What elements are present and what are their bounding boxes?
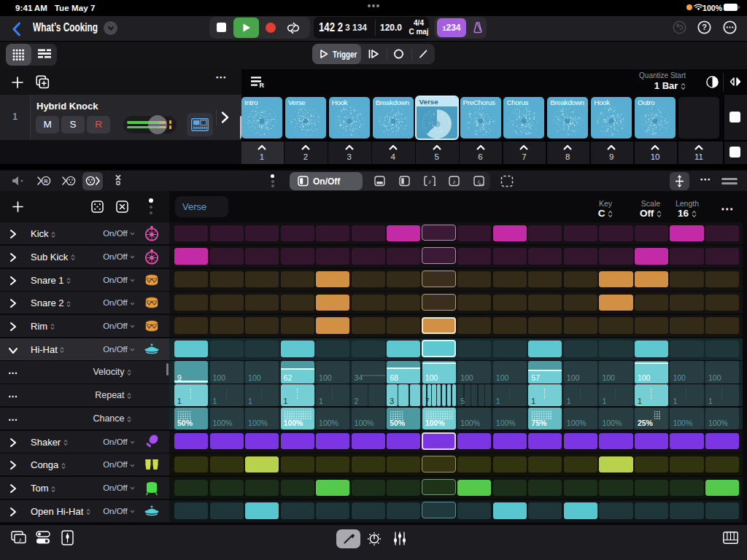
svg-text:R: R bbox=[44, 178, 48, 184]
svg-text:♪: ♪ bbox=[428, 178, 432, 185]
svg-text:♪: ♪ bbox=[18, 536, 22, 543]
svg-text:R: R bbox=[260, 82, 265, 88]
svg-text:♪: ♪ bbox=[452, 178, 456, 185]
svg-text:?: ? bbox=[702, 23, 707, 31]
svg-text:8va: 8va bbox=[479, 183, 484, 187]
